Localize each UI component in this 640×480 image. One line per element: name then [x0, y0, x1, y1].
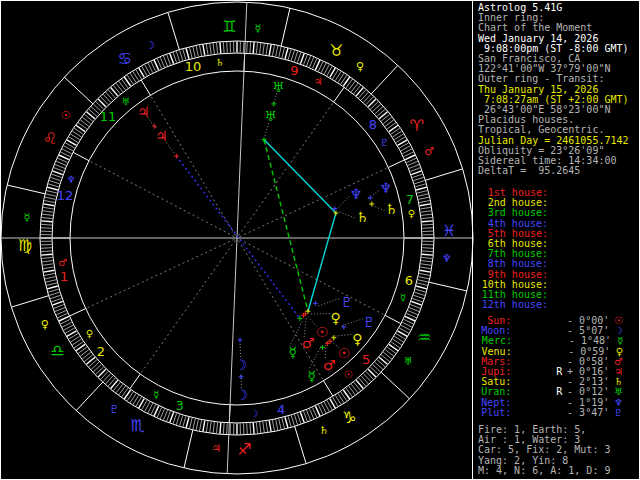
- planet-glyph-inner-neptune: ♆: [350, 186, 363, 202]
- degree-tick: [356, 88, 363, 96]
- degree-tick: [408, 311, 418, 315]
- house-ruler-icon: ♇: [380, 137, 389, 148]
- degree-tick: [111, 88, 118, 96]
- planet-row: Plut:3Aqu10- 3°47'♇: [478, 408, 636, 418]
- degree-tick: [300, 412, 304, 422]
- degree-tick: [51, 174, 61, 178]
- planet-glyph-outer-pluto: ♇: [363, 314, 376, 330]
- sign-ruler-icon: ☿: [254, 22, 261, 35]
- house-ruler-icon: ☉: [344, 369, 353, 380]
- sign-boundary: [425, 169, 462, 180]
- degree-tick: [203, 421, 205, 432]
- info-panel: Astrolog 5.41G Inner ring:Chart of the M…: [478, 3, 636, 176]
- sign-ruler-icon: ♇: [109, 403, 119, 416]
- degree-tick: [46, 191, 57, 194]
- degree-tick: [408, 161, 418, 165]
- planet-glyph-inner-mercury: ☿: [288, 344, 297, 360]
- degree-tick: [414, 181, 425, 184]
- degree-tick: [44, 273, 55, 275]
- degree-tick: [186, 417, 189, 428]
- degree-tick: [98, 99, 106, 107]
- retrograde-flag: R: [556, 367, 563, 377]
- degree-tick: [44, 204, 55, 206]
- degree-tick: [421, 211, 432, 213]
- degree-tick: [291, 415, 294, 426]
- chart-header: Inner ring:Chart of the MomentWed Januar…: [478, 13, 636, 176]
- planet-glyph-inner-pluto: ♇: [341, 294, 354, 310]
- degree-tick: [420, 267, 431, 269]
- pointer-line-inner: [240, 344, 241, 358]
- sign-boundary: [76, 382, 103, 411]
- house-number-1: 1: [60, 269, 68, 284]
- degree-tick: [170, 412, 174, 422]
- degree-tick: [288, 416, 291, 427]
- sign-ruler-icon: ♀: [356, 60, 364, 73]
- degree-tick: [42, 218, 53, 219]
- degree-tick: [421, 261, 432, 262]
- degree-tick: [41, 221, 52, 222]
- sign-ruler-icon: ♃: [211, 442, 221, 455]
- degree-tick: [91, 107, 99, 114]
- house-ruler-icon: ♂: [58, 257, 67, 268]
- header-line-16: DeltaT = 95.2645: [478, 166, 636, 176]
- pointer-line-inner: [265, 122, 269, 136]
- degree-tick: [193, 419, 196, 430]
- sign-ruler-icon: ☿: [24, 211, 31, 224]
- degree-tick: [106, 92, 113, 100]
- degree-tick: [285, 417, 288, 428]
- house-ruler-icon: ☿: [400, 292, 406, 303]
- house-cusp-spoke: [89, 161, 234, 237]
- degree-tick: [173, 413, 177, 423]
- planet-glyph-inner-sun: ☉: [316, 324, 329, 340]
- degree-tick: [42, 261, 53, 262]
- sign-boundary: [64, 77, 93, 104]
- degree-tick: [55, 308, 65, 312]
- sign-glyph-gemini: ♊: [222, 17, 236, 36]
- degree-tick: [42, 257, 53, 258]
- degree-tick: [41, 248, 52, 249]
- zodiac-sign-icon: ♌: [614, 300, 623, 310]
- house-cusp-value: 15Leo23: [548, 300, 594, 310]
- sign-boundary: [281, 8, 290, 46]
- pointer-line-inner: [311, 314, 331, 315]
- planet-position-dot-inner: [238, 338, 243, 343]
- house-label: 8th house:: [478, 259, 548, 269]
- pointer-line-outer: [332, 334, 352, 336]
- element-summary: Fire: 1, Earth: 5,Air : 1, Water: 3Car: …: [478, 425, 636, 476]
- sign-ruler-icon: ♆: [442, 252, 452, 265]
- degree-tick: [180, 50, 183, 61]
- wheel-svg: ♈♂♉♀♊☿♋☽♌☉♍☿♎♀♏♇♐♃♑♄♒♅♓♆1♂2♀3☿4☽5☉6☿7♀8♇…: [0, 0, 474, 480]
- degree-tick: [45, 277, 56, 279]
- degree-tick: [260, 422, 261, 433]
- planet-declination: - 0°12': [567, 387, 614, 397]
- degree-tick: [49, 292, 60, 295]
- sign-ruler-icon: ☉: [61, 109, 71, 122]
- degree-tick: [419, 273, 430, 275]
- degree-tick: [167, 55, 171, 65]
- degree-tick: [266, 421, 268, 432]
- astrolog-app: { "app": {"title": "Astrolog 5.41G"}, "c…: [0, 0, 640, 480]
- sign-glyph-scorpio: ♏: [130, 416, 144, 435]
- planet-glyph-inner-venus: ♀: [331, 310, 341, 326]
- house-cusp-spoke: [239, 102, 334, 236]
- degree-tick: [176, 414, 179, 425]
- degree-tick: [41, 254, 52, 255]
- degree-tick: [54, 168, 64, 172]
- sign-glyph-virgo: ♍: [18, 236, 32, 255]
- degree-tick: [297, 52, 301, 62]
- sign-boundary: [168, 12, 179, 49]
- house-ruler-icon: ♆: [67, 174, 76, 185]
- degree-tick: [418, 194, 429, 197]
- sign-glyph-sagittarius: ♐: [237, 440, 251, 459]
- sign-boundary: [371, 65, 398, 94]
- house-number-8: 8: [369, 117, 377, 132]
- degree-tick: [422, 254, 433, 255]
- planet-glyph-outer-venus: ♀: [352, 331, 362, 347]
- degree-tick: [285, 48, 288, 59]
- degree-tick: [190, 418, 193, 429]
- house-number-11: 11: [100, 109, 117, 124]
- degree-tick: [45, 197, 56, 199]
- sign-glyph-pisces: ♓: [442, 221, 456, 240]
- house-number-5: 5: [362, 352, 370, 367]
- degree-tick: [416, 187, 427, 190]
